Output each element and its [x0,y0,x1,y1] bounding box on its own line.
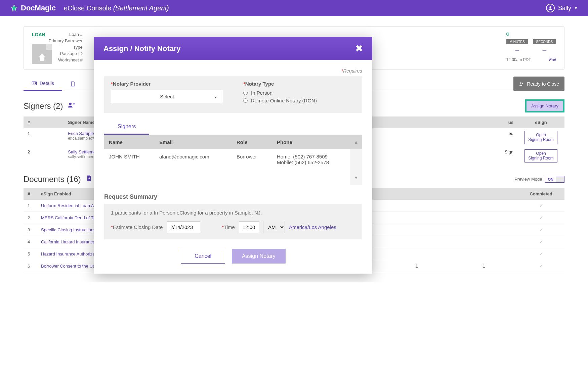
modal-tab-signers[interactable]: Signers [104,120,149,135]
notary-provider-select[interactable]: Select [111,90,223,103]
scroll-up-icon[interactable]: ▴ [350,135,362,149]
assign-notary-highlight-button[interactable]: Assign Notary [525,99,564,112]
request-summary-box: 1 participants for a In Person eClosing … [104,204,362,239]
closing-time-input[interactable] [239,221,259,233]
check-icon: ✔ [517,236,564,248]
scroll-down-icon[interactable]: ▾ [350,170,362,185]
user-menu[interactable]: Sally ▼ [546,4,578,12]
svg-point-9 [522,83,523,84]
assign-notary-button[interactable]: Assign Notary [232,249,286,264]
svg-point-1 [549,6,551,8]
closing-countdown: G MINUTES– SECONDS– 12:00am PDT Edit [506,32,556,62]
svg-point-8 [520,82,521,84]
modal-header: Assign / Notify Notary ✖ [94,37,372,60]
notary-type-inperson[interactable]: In Person [243,90,355,96]
closing-date-label: *Estimate Closing Date [111,224,163,230]
star-icon [10,4,18,12]
loan-label: LOAN [32,32,45,37]
check-icon: ✔ [517,200,564,212]
open-signing-room-button[interactable]: Open Signing Room [524,149,557,162]
cancel-button[interactable]: Cancel [181,249,225,264]
document-icon [70,81,76,87]
check-icon: ✔ [517,212,564,224]
add-signer-icon[interactable] [68,101,75,110]
users-icon [519,81,524,87]
svg-point-10 [69,103,72,105]
ampm-select[interactable]: AM [263,221,285,233]
tab-details[interactable]: Details [24,77,62,91]
user-name: Sally [558,5,571,12]
brand-text: DocMagic [21,4,56,12]
loan-field-number: Loan # [49,32,217,37]
notary-provider-label: *Notary Provider [111,81,223,87]
tab-second[interactable] [62,77,84,91]
edit-link[interactable]: Edit [549,57,556,62]
closing-time-label: *Time [222,224,235,230]
required-note: *Required [104,68,362,74]
closing-label: G [506,32,556,37]
open-signing-room-button[interactable]: Open Signing Room [524,131,557,144]
check-icon: ✔ [517,224,564,236]
summary-text: 1 participants for a In Person eClosing … [111,210,355,216]
svg-point-5 [33,83,34,84]
id-card-icon [32,81,37,86]
documents-title: Documents (16) [24,175,81,184]
app-header: DocMagic eClose Console (Settlement Agen… [0,0,588,16]
check-icon: ✔ [517,260,564,272]
document-house-icon [32,44,52,64]
assign-notary-modal: Assign / Notify Notary ✖ *Required *Nota… [94,37,372,274]
chevron-down-icon: ▼ [574,6,578,10]
add-document-icon[interactable] [86,175,92,183]
signers-title: Signers (2) [24,101,63,111]
timezone-link[interactable]: America/Los Angeles [289,224,336,230]
brand-logo: DocMagic [10,4,56,12]
request-summary-title: Request Summary [104,193,362,200]
notary-type-label: *Notary Type [243,81,355,87]
svg-marker-3 [46,47,49,50]
preview-mode-toggle[interactable]: Preview Mode ON [514,176,564,183]
close-icon[interactable]: ✖ [355,43,363,54]
closing-date-input[interactable] [167,221,200,233]
closing-time-text: 12:00am PDT [506,57,531,62]
modal-signers-table: Name Email Role Phone ▴ JOHN SMITH aland… [104,135,362,185]
svg-marker-0 [11,5,17,11]
user-icon [546,4,555,12]
modal-title: Assign / Notify Notary [103,44,181,53]
ready-to-close-button[interactable]: Ready to Close [513,77,564,91]
notary-type-ron[interactable]: Remote Online Notary (RON) [243,98,355,103]
modal-tabs: Signers [104,120,362,135]
table-row: JOHN SMITH aland@docmagic.com Borrower H… [104,149,362,170]
check-icon: ✔ [517,248,564,260]
app-title: eClose Console (Settlement Agent) [64,4,169,12]
